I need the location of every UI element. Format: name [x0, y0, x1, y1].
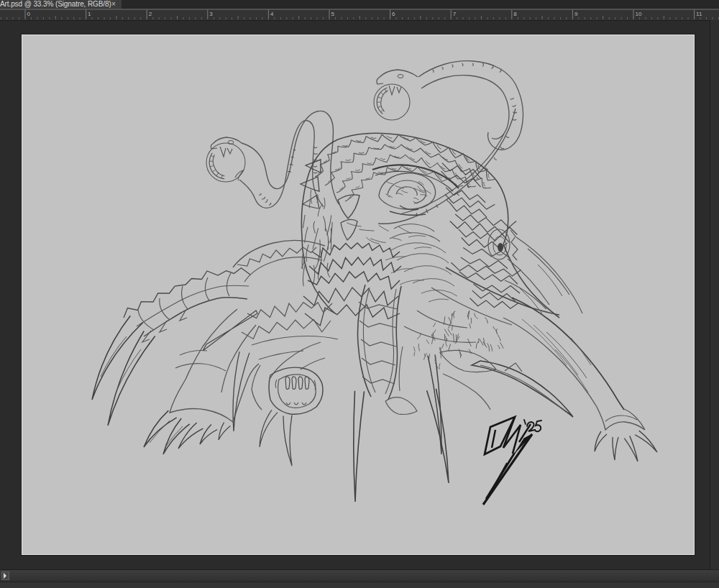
- svg-text:0: 0: [27, 11, 31, 17]
- svg-text:9: 9: [574, 11, 578, 17]
- svg-text:11: 11: [696, 11, 702, 17]
- svg-text:3: 3: [209, 11, 213, 17]
- svg-text:10: 10: [636, 11, 642, 17]
- svg-text:8: 8: [513, 11, 517, 17]
- svg-text:2: 2: [149, 11, 152, 17]
- svg-text:6: 6: [392, 11, 395, 17]
- svg-text:7: 7: [453, 11, 457, 17]
- svg-text:1: 1: [88, 11, 91, 17]
- svg-text:4: 4: [270, 11, 274, 17]
- svg-text:5: 5: [331, 11, 335, 17]
